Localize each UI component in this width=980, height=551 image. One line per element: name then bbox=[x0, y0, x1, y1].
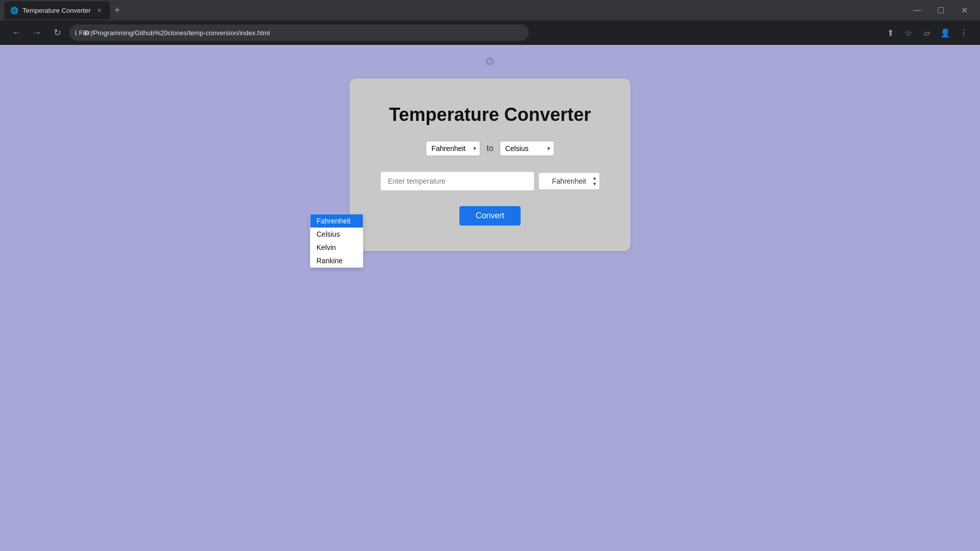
bookmark-button[interactable]: ☆ bbox=[900, 24, 917, 41]
dropdown-item-kelvin[interactable]: Kelvin bbox=[310, 241, 363, 254]
close-window-button[interactable]: ✕ bbox=[952, 0, 976, 20]
spinner-unit-label: Fahrenheit bbox=[549, 177, 589, 185]
spinner-arrows: ▲▼ bbox=[592, 175, 597, 187]
unit-selector-row: Fahrenheit Celsius Kelvin Rankine to Fah… bbox=[426, 141, 554, 156]
dropdown-item-rankine[interactable]: Rankine bbox=[310, 254, 363, 267]
page-content: ⚙ Temperature Converter Fahrenheit Celsi… bbox=[0, 45, 980, 551]
address-info-icon: ℹ File | bbox=[75, 29, 92, 37]
convert-button[interactable]: Convert bbox=[459, 206, 521, 226]
forward-button[interactable]: → bbox=[29, 24, 45, 41]
profile-button[interactable]: 👤 bbox=[937, 24, 953, 41]
maximize-button[interactable]: ☐ bbox=[929, 0, 952, 20]
from-select-wrapper: Fahrenheit Celsius Kelvin Rankine bbox=[426, 141, 480, 156]
dropdown-item-fahrenheit[interactable]: Fahrenheit bbox=[310, 214, 363, 228]
tab-title: Temperature Converter bbox=[22, 7, 91, 14]
share-button[interactable]: ⬆ bbox=[882, 24, 898, 41]
address-wrapper: ℹ File | bbox=[69, 24, 529, 41]
toolbar-right: ⬆ ☆ ▱ 👤 ⋮ bbox=[882, 24, 972, 41]
from-unit-dropdown: Fahrenheit Celsius Kelvin Rankine bbox=[310, 214, 363, 268]
input-row: Fahrenheit ▲▼ bbox=[380, 171, 600, 191]
window-controls: — ☐ ✕ bbox=[905, 0, 976, 20]
gear-icon: ⚙ bbox=[485, 55, 495, 68]
to-label: to bbox=[486, 144, 493, 153]
back-button[interactable]: ← bbox=[8, 24, 24, 41]
address-bar: ← → ↻ ℹ File | ⬆ ☆ ▱ 👤 ⋮ bbox=[0, 20, 980, 45]
refresh-button[interactable]: ↻ bbox=[49, 24, 65, 41]
temperature-input[interactable] bbox=[380, 171, 534, 191]
browser-tab[interactable]: 🌐 Temperature Converter × bbox=[4, 1, 110, 19]
new-tab-button[interactable]: + bbox=[110, 3, 125, 17]
dropdown-item-celsius[interactable]: Celsius bbox=[310, 228, 363, 241]
browser-chrome: 🌐 Temperature Converter × + — ☐ ✕ ← → ↻ … bbox=[0, 0, 980, 45]
unit-spinner[interactable]: Fahrenheit ▲▼ bbox=[538, 172, 600, 190]
to-unit-select[interactable]: Fahrenheit Celsius Kelvin Rankine bbox=[500, 141, 554, 156]
title-bar: 🌐 Temperature Converter × + — ☐ ✕ bbox=[0, 0, 980, 20]
card-title: Temperature Converter bbox=[389, 104, 591, 126]
tab-favicon: 🌐 bbox=[10, 7, 18, 14]
from-unit-select[interactable]: Fahrenheit Celsius Kelvin Rankine bbox=[426, 141, 480, 156]
tab-close-button[interactable]: × bbox=[95, 6, 104, 15]
converter-card: Temperature Converter Fahrenheit Celsius… bbox=[350, 79, 630, 251]
file-label: File bbox=[79, 30, 89, 37]
sidebar-button[interactable]: ▱ bbox=[919, 24, 935, 41]
address-input[interactable] bbox=[69, 24, 529, 41]
minimize-button[interactable]: — bbox=[905, 0, 929, 20]
menu-button[interactable]: ⋮ bbox=[955, 24, 972, 41]
to-select-wrapper: Fahrenheit Celsius Kelvin Rankine bbox=[500, 141, 554, 156]
